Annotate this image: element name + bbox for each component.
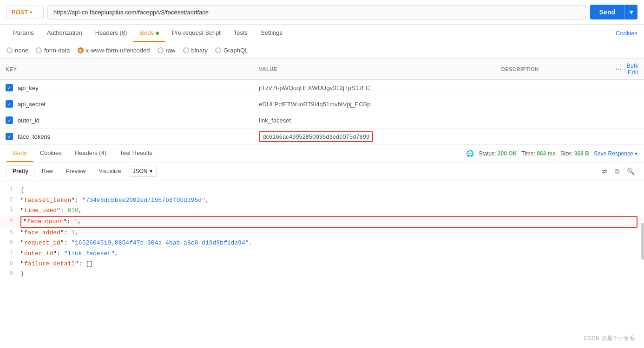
format-preview[interactable]: Preview xyxy=(60,166,92,177)
row-value-highlighted: dc6166ac49952850036d3ede075d7899 xyxy=(259,131,373,142)
response-tab-body[interactable]: Body xyxy=(7,145,33,162)
method-label: POST xyxy=(12,9,28,16)
format-raw[interactable]: Raw xyxy=(36,166,59,177)
response-time: Time: 863 ms xyxy=(521,150,556,157)
line-number: 6 xyxy=(7,238,20,247)
tab-body[interactable]: Body xyxy=(133,25,165,42)
more-options-icon[interactable]: ··· xyxy=(616,65,622,73)
tab-params[interactable]: Params xyxy=(7,25,40,42)
url-bar: POST ▾ Send ▾ xyxy=(0,0,644,25)
body-type-raw[interactable]: raw xyxy=(158,47,176,54)
globe-icon: 🌐 xyxy=(466,150,474,157)
row-checkbox[interactable]: ✓ xyxy=(6,84,13,91)
save-response-button[interactable]: Save Response ▾ xyxy=(594,150,637,157)
body-type-none[interactable]: none xyxy=(7,47,28,54)
send-label: Send xyxy=(590,5,624,19)
radio-binary xyxy=(183,47,189,53)
row-description xyxy=(496,80,610,96)
code-line: 3 "time_used": 610, xyxy=(0,206,644,216)
format-chevron-icon: ▾ xyxy=(150,168,152,174)
line-number: 4 xyxy=(7,216,20,225)
table-row: ✓ api_secret eDULPcfETWuoRT9I4q51mvhIVpj… xyxy=(0,96,644,112)
line-content: "face_added": 1, xyxy=(20,228,79,238)
line-content: "request_id": "1652604519,8854f47e-304a-… xyxy=(20,238,252,248)
row-value: jlTzV7I-pWQoqHFXWUUgv312jTpS17FC xyxy=(259,84,370,91)
row-key: outer_id xyxy=(18,117,39,124)
code-line: 4 "face_count": 1, xyxy=(0,216,644,228)
code-line: 6 "request_id": "1652604519,8854f47e-304… xyxy=(0,238,644,248)
response-size: Size: 368 B xyxy=(560,150,589,157)
format-visualize[interactable]: Visualize xyxy=(93,166,127,177)
tab-settings[interactable]: Settings xyxy=(254,25,289,42)
method-select[interactable]: POST ▾ xyxy=(7,6,44,19)
method-chevron: ▾ xyxy=(30,10,32,15)
radio-none xyxy=(7,47,13,53)
col-actions-header: ··· Bulk Edit xyxy=(610,59,644,80)
row-checkbox[interactable]: ✓ xyxy=(6,116,13,124)
radio-form-data xyxy=(36,47,42,53)
search-icon[interactable]: 🔍 xyxy=(624,166,637,177)
scrollbar[interactable] xyxy=(641,223,644,260)
line-content: "faceset_token": "734e8dcbbee2002ed71957… xyxy=(20,195,209,206)
body-dot xyxy=(156,32,159,35)
line-number: 9 xyxy=(7,269,20,278)
line-number: 5 xyxy=(7,228,20,237)
copy-icon[interactable]: ⧉ xyxy=(612,166,622,177)
row-key: api_key xyxy=(18,84,39,91)
response-tab-cookies[interactable]: Cookies xyxy=(33,145,68,162)
tab-authorization[interactable]: Authorization xyxy=(40,25,89,42)
body-type-bar: none form-data x-www-form-urlencoded raw… xyxy=(0,42,644,59)
table-row: ✓ face_tokens dc6166ac49952850036d3ede07… xyxy=(0,129,644,145)
url-input[interactable] xyxy=(47,5,586,19)
line-number: 7 xyxy=(7,249,20,258)
table-row: ✓ api_key jlTzV7I-pWQoqHFXWUUgv312jTpS17… xyxy=(0,80,644,96)
format-select[interactable]: JSON ▾ xyxy=(129,166,157,177)
line-content: "failure_detail": [] xyxy=(20,259,93,269)
row-checkbox[interactable]: ✓ xyxy=(6,100,13,108)
response-tab-headers[interactable]: Headers (4) xyxy=(68,145,113,162)
body-type-graphql[interactable]: GraphQL xyxy=(215,47,248,54)
cookies-link[interactable]: Cookies xyxy=(616,25,637,41)
code-line: 2 "faceset_token": "734e8dcbbee2002ed719… xyxy=(0,195,644,206)
line-number: 3 xyxy=(7,206,20,215)
radio-urlencoded xyxy=(78,47,84,53)
radio-graphql xyxy=(215,47,221,53)
radio-raw xyxy=(158,47,164,53)
line-content: "face_count": 1, xyxy=(23,218,81,225)
row-key: api_secret xyxy=(18,101,46,108)
bulk-edit-button[interactable]: Bulk Edit xyxy=(626,63,638,76)
format-pretty[interactable]: Pretty xyxy=(7,165,34,177)
col-desc-header: DESCRIPTION xyxy=(496,59,610,80)
body-type-binary[interactable]: binary xyxy=(183,47,208,54)
line-content: "time_used": 610, xyxy=(20,206,82,216)
col-key-header: KEY xyxy=(0,59,253,80)
tab-tests[interactable]: Tests xyxy=(227,25,254,42)
row-description xyxy=(496,96,610,112)
request-tabs-bar: Params Authorization Headers (8) Body Pr… xyxy=(0,25,644,42)
line-number: 2 xyxy=(7,195,20,205)
response-tab-test-results[interactable]: Test Results xyxy=(113,145,159,162)
row-description xyxy=(496,129,610,145)
line-number: 8 xyxy=(7,259,20,268)
code-view: 1{2 "faceset_token": "734e8dcbbee2002ed7… xyxy=(0,180,644,284)
send-dropdown-icon[interactable]: ▾ xyxy=(624,5,637,19)
row-value: link_faceset xyxy=(259,117,291,124)
code-line: 5 "face_added": 1, xyxy=(0,228,644,238)
row-value: eDULPcfETWuoRT9I4q51mvhIVpj_ECBp xyxy=(259,101,370,108)
row-description xyxy=(496,112,610,129)
code-line: 1{ xyxy=(0,185,644,195)
format-bar: Pretty Raw Preview Visualize JSON ▾ ⇄ ⧉ … xyxy=(0,162,644,180)
body-type-urlencoded[interactable]: x-www-form-urlencoded xyxy=(78,47,150,54)
row-key: face_tokens xyxy=(18,133,50,140)
line-content: { xyxy=(20,185,24,195)
wrap-text-icon[interactable]: ⇄ xyxy=(599,166,610,177)
code-line: 9} xyxy=(0,269,644,279)
tab-headers[interactable]: Headers (8) xyxy=(89,25,134,42)
body-type-form-data[interactable]: form-data xyxy=(36,47,70,54)
line-number: 1 xyxy=(7,185,20,194)
col-value-header: VALUE xyxy=(253,59,495,80)
row-checkbox[interactable]: ✓ xyxy=(6,133,13,140)
response-tabs-bar: Body Cookies Headers (4) Test Results 🌐 … xyxy=(0,145,644,162)
send-button[interactable]: Send ▾ xyxy=(590,5,637,19)
tab-pre-request[interactable]: Pre-request Script xyxy=(165,25,227,42)
